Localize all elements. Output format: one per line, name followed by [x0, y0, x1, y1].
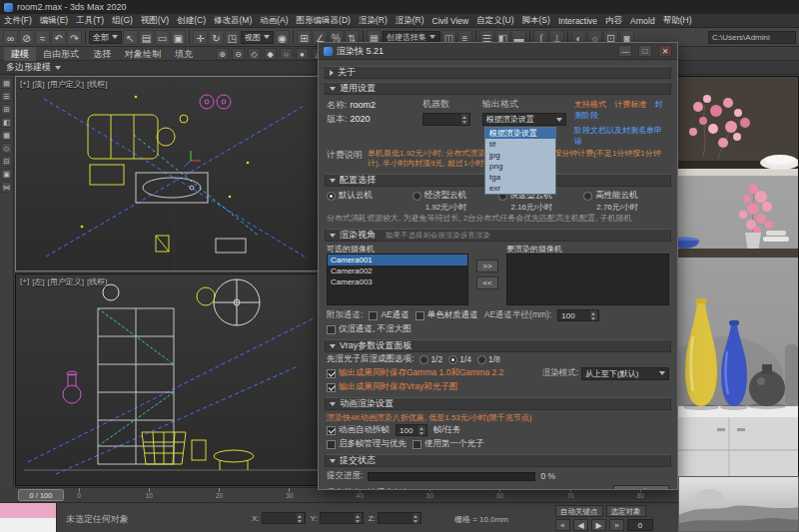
photon-output-checkbox[interactable]: 输出成果同时保存Vray和光子图	[327, 381, 457, 393]
snap-toggle-icon[interactable]: ⊞	[297, 30, 312, 45]
left-toolbar-icon[interactable]: ⋈	[1, 182, 12, 193]
menu-item[interactable]: Arnold	[626, 16, 659, 26]
section-animation[interactable]: 动画渲染设置	[325, 397, 671, 410]
menu-item[interactable]: 编辑(E)	[36, 15, 72, 27]
radio-icon[interactable]	[412, 192, 421, 201]
menu-item[interactable]: 内容	[601, 15, 626, 27]
coordinate-field[interactable]	[320, 512, 364, 524]
mono-material-checkbox[interactable]: 单色材质通道	[415, 309, 478, 321]
redo-icon[interactable]: ↷	[67, 30, 82, 45]
left-toolbar-icon[interactable]: ▤	[1, 78, 12, 89]
render-preview-window[interactable]	[678, 476, 799, 532]
project-path-field[interactable]: C:\Users\Admini	[708, 31, 796, 44]
ribbon-icon[interactable]: ⊕	[216, 48, 229, 60]
select-by-name-icon[interactable]: ▤	[139, 30, 154, 45]
checkbox-icon[interactable]	[327, 426, 336, 435]
listener-macro-line[interactable]	[0, 503, 56, 518]
menu-item[interactable]: 文件(F)	[0, 15, 36, 27]
spinner-icon[interactable]	[355, 513, 362, 523]
section-general[interactable]: 通用设置	[325, 82, 671, 95]
current-frame-field[interactable]: 0	[627, 519, 653, 531]
viewport-menu-plus[interactable]: [+]	[20, 276, 29, 287]
coordinate-field[interactable]	[262, 512, 306, 524]
format-option[interactable]: jpg	[485, 150, 555, 161]
checkbox-icon[interactable]	[412, 440, 421, 449]
menu-item[interactable]: Interactive	[554, 16, 601, 26]
ribbon-icon[interactable]: ◆	[264, 48, 277, 60]
menu-item[interactable]: 修改器(M)	[210, 15, 256, 27]
spinner-icon[interactable]	[590, 310, 597, 320]
left-toolbar-icon[interactable]: ⊞	[1, 104, 12, 115]
submit-button[interactable]: 提交	[613, 485, 669, 489]
checkbox-icon[interactable]	[415, 311, 424, 320]
split-frames-checkbox[interactable]: 动画自动拆帧	[327, 424, 390, 436]
ribbon-icon[interactable]: ○	[280, 48, 293, 60]
ribbon-icon[interactable]: ●	[296, 48, 309, 60]
rotate-icon[interactable]: ↻	[209, 30, 224, 45]
menu-item[interactable]: 组(G)	[108, 15, 137, 27]
ae-radius-field[interactable]: 100	[557, 309, 599, 321]
rectangular-region-icon[interactable]: ▭	[155, 30, 170, 45]
checkbox-icon[interactable]	[327, 369, 336, 378]
ratio-eighth[interactable]: 1/8	[477, 354, 500, 364]
checkbox-icon[interactable]	[327, 383, 336, 392]
camera-item[interactable]: Camera001	[328, 255, 467, 266]
menu-item[interactable]: 自定义(U)	[472, 15, 517, 27]
machine-count-field[interactable]	[422, 113, 470, 126]
playback-button[interactable]: »	[609, 519, 624, 531]
maxscript-mini-listener[interactable]	[0, 503, 57, 532]
link-supported-formats[interactable]: 支持格式	[574, 100, 606, 109]
ribbon-tab[interactable]: 填充	[168, 47, 200, 61]
available-cameras-list[interactable]: Camera001Camera002Camera003	[327, 254, 468, 305]
checkbox-icon[interactable]	[327, 325, 336, 334]
time-slider-handle[interactable]: 0 / 100	[18, 489, 64, 501]
reference-coordinate-dropdown[interactable]: 视图	[241, 31, 274, 44]
only-channel-checkbox[interactable]: 仅渲通道, 不渲大图	[327, 323, 411, 335]
multi-frame-checkbox[interactable]: 启多帧管理与优先	[327, 438, 406, 450]
menu-item[interactable]: 视图(V)	[137, 15, 173, 27]
add-camera-button[interactable]: >>	[476, 260, 498, 272]
viewport-user-label[interactable]: [用户定义]	[48, 79, 84, 90]
menu-item[interactable]: 动画(A)	[256, 15, 292, 27]
ribbon-icon[interactable]: ⊖	[232, 48, 245, 60]
output-format-dropdown[interactable]: 根据渲染设置	[482, 113, 566, 126]
left-toolbar-icon[interactable]: ◧	[1, 117, 12, 128]
section-vray[interactable]: Vray参数设置面板	[325, 339, 671, 352]
bind-space-warp-icon[interactable]: ≈	[35, 30, 50, 45]
selection-filter-dropdown[interactable]: 全部	[89, 31, 122, 44]
undo-icon[interactable]: ↶	[51, 30, 66, 45]
menu-item[interactable]: 渲染(R)	[355, 15, 392, 27]
target-cameras-list[interactable]	[506, 254, 669, 305]
viewport-shading-label[interactable]: [线框]	[87, 276, 107, 287]
camera-item[interactable]: Camera003	[328, 276, 467, 287]
section-cameras[interactable]: 渲染视角 如果不选择则会按渲染设置渲染	[325, 229, 671, 242]
gamma-checkbox[interactable]: 输出成果同时保存Gamma 1.0和Gamma 2.2	[327, 367, 503, 379]
ribbon-tab[interactable]: 自由形式	[36, 47, 86, 61]
radio-icon[interactable]	[448, 355, 457, 364]
maximize-button[interactable]: □	[638, 45, 652, 57]
spinner-icon[interactable]	[297, 513, 304, 523]
menu-item[interactable]: 工具(T)	[72, 15, 108, 27]
ratio-half[interactable]: 1/2	[419, 354, 442, 364]
left-toolbar-icon[interactable]: ⊟	[1, 156, 12, 167]
viewport-left[interactable]: [+] [左] [用户定义] [线框]	[15, 273, 331, 486]
format-option[interactable]: tif	[485, 139, 555, 150]
ribbon-tab[interactable]: 选择	[86, 47, 118, 61]
config-option-high-performance[interactable]: 高性能云机 2.76元/小时	[583, 190, 669, 212]
menu-item[interactable]: 渲染(R)	[392, 15, 428, 27]
link-beta-docs[interactable]: 阶段文档以及封测名单申请	[574, 126, 662, 146]
playback-button[interactable]: ▶	[591, 519, 606, 531]
spinner-icon[interactable]	[418, 425, 425, 435]
link-billing-standard[interactable]: 计费标准	[614, 100, 646, 109]
viewport-top[interactable]: [+] [顶] [用户定义] [线框]	[15, 76, 331, 271]
viewport-menu-plus[interactable]: [+]	[20, 79, 29, 90]
menu-item[interactable]: 图形编辑器(D)	[293, 15, 355, 27]
listener-script-line[interactable]	[0, 518, 56, 532]
left-toolbar-icon[interactable]: ☰	[1, 91, 12, 102]
checkbox-icon[interactable]	[369, 311, 378, 320]
radio-icon[interactable]	[477, 355, 486, 364]
select-link-icon[interactable]: ∞	[3, 30, 18, 45]
menu-item[interactable]: Civil View	[428, 16, 473, 26]
select-object-icon[interactable]: ↖	[123, 30, 138, 45]
playback-button[interactable]: «	[555, 519, 570, 531]
